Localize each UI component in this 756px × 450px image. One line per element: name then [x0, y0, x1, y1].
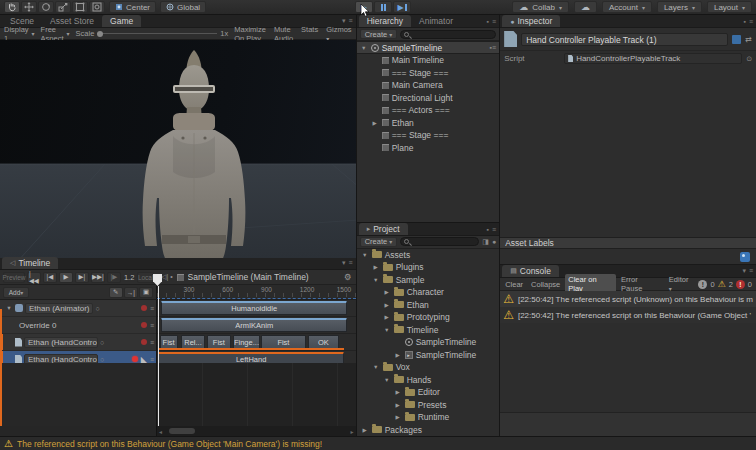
- error-filter-icon[interactable]: !: [736, 280, 745, 289]
- fold-arrow[interactable]: ▼: [383, 327, 391, 333]
- track-header[interactable]: ▼Ethan (Animator)○≡: [0, 300, 156, 316]
- project-item[interactable]: ▼Vox: [357, 361, 500, 374]
- hierarchy-create-button[interactable]: Create▾: [360, 29, 398, 39]
- tab-project[interactable]: ▸Project: [359, 223, 408, 235]
- track-name[interactable]: Ethan (Animator): [25, 303, 93, 314]
- fold-arrow[interactable]: ▶: [383, 302, 391, 308]
- goto-end-button[interactable]: ▶▶|: [91, 272, 105, 283]
- track-header[interactable]: Ethan (HandContro○≡: [0, 334, 156, 350]
- fold-arrow[interactable]: ▼: [372, 277, 380, 283]
- fold-arrow[interactable]: ▼: [361, 252, 369, 258]
- timeline-clip[interactable]: Humanoididle: [161, 301, 347, 315]
- record-toggle-icon[interactable]: [141, 305, 147, 311]
- cloud-services-button[interactable]: ☁: [574, 1, 597, 13]
- tab-inspector[interactable]: ●Inspector: [502, 15, 560, 27]
- step-button[interactable]: ▶: [393, 1, 411, 13]
- ripple-mode-button[interactable]: →|: [124, 287, 138, 298]
- scale-slider-track[interactable]: [97, 33, 217, 34]
- account-dropdown[interactable]: Account ▾: [602, 1, 652, 13]
- scroll-right-arrow[interactable]: ▸: [351, 428, 354, 435]
- frame-field[interactable]: 1.2: [123, 273, 135, 282]
- preview-toggle[interactable]: Preview: [3, 272, 25, 283]
- eye-slash-icon[interactable]: ◣: [141, 355, 147, 364]
- track-header[interactable]: Ethan (HandContro○◣≡: [0, 351, 156, 363]
- binding-picker-icon[interactable]: ○: [100, 356, 104, 363]
- lock-icon[interactable]: ▪: [487, 226, 489, 233]
- fold-arrow[interactable]: ▶: [383, 314, 391, 320]
- fold-arrow[interactable]: ▼: [383, 377, 391, 383]
- record-toggle-icon[interactable]: [141, 339, 147, 345]
- mix-mode-button[interactable]: ✎: [109, 287, 123, 298]
- game-view[interactable]: [0, 40, 356, 258]
- asset-name-field[interactable]: Hand Controller Playable Track (1): [521, 33, 728, 46]
- record-toggle-icon[interactable]: [132, 356, 138, 362]
- scale-slider-knob[interactable]: [97, 31, 103, 37]
- add-track-button[interactable]: Add▾: [3, 287, 29, 298]
- hierarchy-item[interactable]: Main Camera: [357, 79, 500, 92]
- lock-icon[interactable]: ▪: [743, 18, 745, 25]
- move-tool-button[interactable]: [21, 1, 37, 13]
- scene-header-row[interactable]: ▼ SampleTimeline ▪≡: [357, 41, 500, 54]
- hierarchy-search-input[interactable]: [400, 30, 496, 39]
- fold-arrow[interactable]: ▶: [371, 120, 379, 126]
- timeline-nav-icon[interactable]: ◁| •: [161, 273, 173, 281]
- track-lane[interactable]: LeftHand: [157, 351, 356, 363]
- fold-arrow[interactable]: ▶: [394, 389, 402, 395]
- presets-icon[interactable]: ⇄: [745, 35, 752, 44]
- clear-button[interactable]: Clear: [502, 279, 526, 290]
- hierarchy-item[interactable]: Plane: [357, 142, 500, 155]
- project-item[interactable]: ▶Packages: [357, 424, 500, 437]
- track-menu-icon[interactable]: ≡: [150, 305, 154, 312]
- hierarchy-item[interactable]: === Stage ===: [357, 67, 500, 80]
- tab-timeline[interactable]: ◁ Timeline: [2, 257, 58, 269]
- timeline-panel-icons[interactable]: ▾≡: [339, 259, 356, 269]
- track-header[interactable]: Override 0≡: [0, 317, 156, 333]
- track-menu-icon[interactable]: ≡: [150, 322, 154, 329]
- label-tag-icon[interactable]: [740, 252, 750, 262]
- scroll-left-arrow[interactable]: ◂: [159, 428, 162, 435]
- info-filter-icon[interactable]: !: [698, 280, 707, 289]
- project-item[interactable]: SampleTimeline: [357, 336, 500, 349]
- console-message[interactable]: ⚠[22:50:42] The referenced script (Unkno…: [500, 291, 756, 307]
- project-item[interactable]: ▶Prototyping: [357, 311, 500, 324]
- hierarchy-item[interactable]: Directional Light: [357, 92, 500, 105]
- status-bar[interactable]: ⚠ The referenced script on this Behaviou…: [0, 436, 756, 450]
- timeline-clip[interactable]: Finge...: [233, 335, 261, 349]
- collapse-button[interactable]: Collapse: [528, 279, 563, 290]
- timeline-clip[interactable]: Fist: [160, 335, 178, 349]
- project-item[interactable]: ▼Timeline: [357, 324, 500, 337]
- timeref-dropdown[interactable]: Local: [137, 272, 154, 283]
- fold-arrow[interactable]: ▶: [394, 414, 402, 420]
- project-item[interactable]: ▼Sample: [357, 274, 500, 287]
- console-panel-icons[interactable]: ▾≡: [739, 267, 756, 277]
- track-menu-icon[interactable]: ≡: [150, 339, 154, 346]
- rect-tool-button[interactable]: [72, 1, 88, 13]
- fold-arrow[interactable]: ▼: [372, 364, 380, 370]
- timeline-clip[interactable]: Fist: [261, 335, 306, 349]
- inspector-panel-icons[interactable]: ▪≡: [740, 18, 756, 27]
- prev-frame-button[interactable]: |◀: [43, 272, 57, 283]
- timeline-clip[interactable]: Rel...: [181, 335, 205, 349]
- object-picker-icon[interactable]: ⊙: [746, 55, 752, 63]
- play-range-toggle[interactable]: |▶: [107, 272, 121, 283]
- timeline-empty-lanes[interactable]: [157, 363, 356, 426]
- track-name[interactable]: Override 0: [15, 320, 60, 331]
- track-lane[interactable]: ArmIKAnim: [157, 317, 356, 333]
- rotate-tool-button[interactable]: [38, 1, 54, 13]
- scene-menu-icon[interactable]: ▪≡: [490, 44, 497, 51]
- fold-arrow[interactable]: ▶: [394, 352, 402, 358]
- project-item[interactable]: ▶Ethan: [357, 299, 500, 312]
- track-menu-icon[interactable]: ≡: [150, 356, 154, 363]
- project-item[interactable]: ▶Character: [357, 286, 500, 299]
- project-panel-icons[interactable]: ▪≡: [484, 226, 500, 235]
- project-search-input[interactable]: [400, 237, 479, 246]
- hierarchy-item[interactable]: ▶Ethan: [357, 117, 500, 130]
- fold-arrow[interactable]: ▼: [5, 305, 13, 311]
- track-name[interactable]: Ethan (HandContro: [24, 354, 98, 364]
- project-item[interactable]: ▶Editor: [357, 386, 500, 399]
- transform-tool-button[interactable]: [89, 1, 105, 13]
- timeline-play-button[interactable]: ▶: [59, 272, 73, 283]
- search-by-label-icon[interactable]: ●: [492, 238, 496, 245]
- hierarchy-panel-icons[interactable]: ▪≡: [484, 18, 500, 27]
- replace-mode-button[interactable]: ▣: [139, 287, 153, 298]
